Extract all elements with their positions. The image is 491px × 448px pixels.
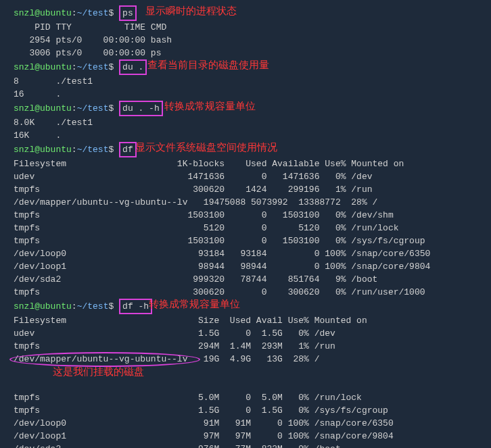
- cmd-du[interactable]: du .: [119, 59, 147, 75]
- dfh-row: tmpfs 1.5G 0 1.5G 0% /sys/fs/cgroup: [14, 404, 488, 417]
- anno-dfh: 转换成常规容量单位: [149, 297, 240, 310]
- dfh-row: 这是我们挂载的磁盘: [14, 366, 488, 391]
- anno-disk: 这是我们挂载的磁盘: [53, 365, 144, 378]
- ps-row: 2954 pts/0 00:00:00 bash: [14, 34, 488, 47]
- dfh-row: tmpfs 5.0M 0 5.0M 0% /run/lock: [14, 391, 488, 404]
- anno-duh: 转换成常规容量单位: [164, 99, 256, 112]
- prompt-line-duh: snzl@ubuntu:~/test$ du . -h转换成常规容量单位: [14, 101, 488, 116]
- df-row: tmpfs 300620 1424 299196 1% /run: [14, 183, 488, 196]
- dfh-row-root: /dev/mapper/ubuntu--vg-ubuntu--lv 19G 4.…: [14, 353, 488, 366]
- ps-header: PID TTY TIME CMD: [14, 21, 488, 34]
- cmd-ps[interactable]: ps: [119, 5, 137, 21]
- dfh-header: Filesystem Size Used Avail Use% Mounted …: [14, 314, 488, 327]
- dfh-row: /dev/loop0 91M 91M 0 100% /snap/core/635…: [14, 417, 488, 430]
- df-row: tmpfs 5120 0 5120 0% /run/lock: [14, 222, 488, 234]
- df-row: tmpfs 300620 0 300620 0% /run/user/1000: [14, 286, 488, 299]
- anno-df: 显示文件系统磁盘空间使用情况: [135, 141, 277, 153]
- dfh-row: udev 1.5G 0 1.5G 0% /dev: [14, 327, 488, 340]
- prompt-line-dfh: snzl@ubuntu:~/test$ df -h转换成常规容量单位: [14, 299, 488, 314]
- df-row: /dev/loop1 98944 98944 0 100% /snap/core…: [14, 260, 488, 273]
- anno-du: 查看当前目录的磁盘使用量: [147, 58, 269, 71]
- df-row: /dev/sda2 999320 78744 851764 9% /boot: [14, 273, 488, 286]
- df-row: /dev/mapper/ubuntu--vg-ubuntu--lv 194750…: [14, 196, 488, 209]
- cmd-df[interactable]: df: [119, 142, 137, 157]
- prompt-line-ps: snzl@ubuntu:~/test$ ps显示瞬时的进程状态: [14, 5, 488, 21]
- df-row: udev 1471636 0 1471636 0% /dev: [14, 170, 488, 183]
- cmd-df-h[interactable]: df -h: [119, 299, 152, 314]
- dfh-row: /dev/loop1 97M 97M 0 100% /snap/core/980…: [14, 430, 488, 443]
- prompt-line-du: snzl@ubuntu:~/test$ du .查看当前目录的磁盘使用量: [14, 59, 488, 75]
- prompt-userhost: snzl@ubuntu: [14, 8, 72, 18]
- du-row: 8 ./test1: [14, 75, 488, 88]
- cmd-du-h[interactable]: du . -h: [119, 101, 163, 116]
- df-row: tmpfs 1503100 0 1503100 0% /sys/fs/cgrou…: [14, 234, 488, 247]
- df-header: Filesystem 1K-blocks Used Available Use%…: [14, 157, 488, 170]
- dfh-row: /dev/sda2 976M 77M 832M 9% /boot: [14, 443, 488, 448]
- anno-ps: 显示瞬时的进程状态: [145, 4, 237, 17]
- prompt-path: ~/test: [77, 8, 109, 18]
- df-row: tmpfs 1503100 0 1503100 0% /dev/shm: [14, 209, 488, 222]
- duh-row: 8.0K ./test1: [14, 116, 488, 129]
- dfh-row: tmpfs 294M 1.4M 293M 1% /run: [14, 340, 488, 353]
- df-row: /dev/loop0 93184 93184 0 100% /snap/core…: [14, 247, 488, 260]
- prompt-line-df: snzl@ubuntu:~/test$ df显示文件系统磁盘空间使用情况: [14, 142, 488, 157]
